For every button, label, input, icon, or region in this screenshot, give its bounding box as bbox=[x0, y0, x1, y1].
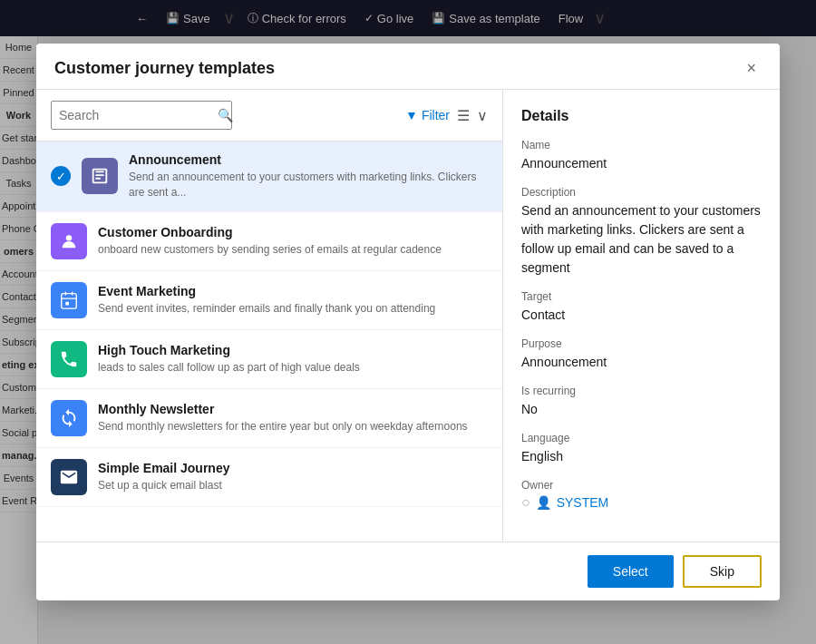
template-desc-newsletter: Send monthly newsletters for the entire … bbox=[98, 419, 488, 434]
detail-owner-field: Owner ○ 👤 SYSTEM bbox=[521, 479, 762, 511]
sort-button[interactable]: ☰ bbox=[457, 107, 470, 124]
detail-target-value: Contact bbox=[521, 306, 762, 325]
template-info-newsletter: Monthly Newsletter Send monthly newslett… bbox=[98, 402, 488, 434]
modal-dialog: Customer journey templates × 🔍 ▼ Filter bbox=[36, 44, 780, 600]
detail-purpose-value: Announcement bbox=[521, 353, 762, 372]
svg-rect-1 bbox=[62, 293, 77, 308]
select-button[interactable]: Select bbox=[588, 555, 674, 588]
right-panel: Details Name Announcement Description Se… bbox=[503, 90, 780, 542]
skip-button[interactable]: Skip bbox=[683, 555, 762, 588]
detail-recurring-value: No bbox=[521, 400, 762, 419]
detail-purpose-label: Purpose bbox=[521, 337, 762, 350]
template-info-event: Event Marketing Send event invites, remi… bbox=[98, 284, 488, 317]
template-desc-event: Send event invites, reminder emails and … bbox=[98, 301, 488, 317]
svg-rect-2 bbox=[65, 301, 69, 305]
detail-owner-label: Owner bbox=[521, 479, 762, 492]
search-icon-button[interactable]: 🔍 bbox=[218, 108, 233, 122]
template-info-announcement: Announcement Send an announcement to you… bbox=[129, 152, 488, 200]
detail-language-label: Language bbox=[521, 432, 762, 444]
modal-title: Customer journey templates bbox=[54, 59, 275, 78]
template-desc-simple: Set up a quick email blast bbox=[98, 478, 488, 493]
detail-name-field: Name Announcement bbox=[521, 139, 762, 173]
owner-person-icon: 👤 bbox=[536, 495, 551, 510]
template-info-onboarding: Customer Onboarding onboard new customer… bbox=[98, 225, 488, 258]
detail-name-value: Announcement bbox=[521, 154, 762, 173]
detail-recurring-field: Is recurring No bbox=[521, 385, 762, 419]
search-bar: 🔍 ▼ Filter ☰ ∨ bbox=[36, 90, 502, 141]
modal-close-button[interactable]: × bbox=[741, 58, 762, 78]
modal-overlay: Customer journey templates × 🔍 ▼ Filter bbox=[0, 0, 816, 644]
template-item-onboarding[interactable]: Customer Onboarding onboard new customer… bbox=[36, 212, 502, 271]
template-icon-simple bbox=[51, 459, 87, 495]
template-info-hightouch: High Touch Marketing leads to sales call… bbox=[98, 343, 488, 376]
modal-header: Customer journey templates × bbox=[36, 44, 780, 90]
template-item-newsletter[interactable]: Monthly Newsletter Send monthly newslett… bbox=[36, 389, 502, 448]
template-icon-onboarding bbox=[51, 223, 87, 259]
template-desc-announcement: Send an announcement to your customers w… bbox=[129, 170, 488, 200]
template-name-simple: Simple Email Journey bbox=[98, 461, 488, 475]
detail-name-label: Name bbox=[521, 139, 762, 151]
filter-icon: ▼ bbox=[405, 108, 418, 122]
detail-recurring-label: Is recurring bbox=[521, 385, 762, 397]
sort-expand-button[interactable]: ∨ bbox=[477, 107, 488, 124]
detail-description-label: Description bbox=[521, 186, 762, 199]
template-info-simple: Simple Email Journey Set up a quick emai… bbox=[98, 461, 488, 493]
template-item-hightouch[interactable]: High Touch Marketing leads to sales call… bbox=[36, 330, 502, 389]
svg-point-0 bbox=[66, 235, 72, 240]
template-name-announcement: Announcement bbox=[129, 152, 488, 167]
detail-purpose-field: Purpose Announcement bbox=[521, 337, 762, 372]
template-icon-announcement bbox=[82, 158, 118, 194]
template-icon-event bbox=[51, 282, 87, 318]
detail-target-field: Target Contact bbox=[521, 290, 762, 325]
filter-area: ▼ Filter ☰ ∨ bbox=[405, 107, 488, 124]
filter-button[interactable]: ▼ Filter bbox=[405, 108, 450, 122]
modal-footer: Select Skip bbox=[36, 542, 780, 600]
detail-language-value: English bbox=[521, 447, 762, 466]
template-desc-onboarding: onboard new customers by sending series … bbox=[98, 242, 488, 258]
template-item-event[interactable]: Event Marketing Send event invites, remi… bbox=[36, 271, 502, 330]
details-title: Details bbox=[521, 108, 762, 124]
template-name-onboarding: Customer Onboarding bbox=[98, 225, 488, 239]
template-item-simple[interactable]: Simple Email Journey Set up a quick emai… bbox=[36, 448, 502, 507]
detail-language-field: Language English bbox=[521, 432, 762, 466]
detail-description-field: Description Send an announcement to your… bbox=[521, 186, 762, 278]
modal-body: 🔍 ▼ Filter ☰ ∨ ✓ bbox=[36, 90, 780, 542]
detail-description-value: Send an announcement to your customers w… bbox=[521, 201, 762, 278]
template-list: ✓ Announcement Send an announcement to y… bbox=[36, 141, 502, 542]
template-item-announcement[interactable]: ✓ Announcement Send an announcement to y… bbox=[36, 141, 502, 212]
template-desc-hightouch: leads to sales call follow up as part of… bbox=[98, 360, 488, 376]
template-name-newsletter: Monthly Newsletter bbox=[98, 402, 488, 416]
owner-circle-icon: ○ bbox=[521, 494, 530, 511]
search-input-wrap: 🔍 bbox=[51, 101, 232, 130]
owner-row: ○ 👤 SYSTEM bbox=[521, 494, 762, 511]
template-icon-hightouch bbox=[51, 341, 87, 377]
template-name-event: Event Marketing bbox=[98, 284, 488, 298]
template-icon-newsletter bbox=[51, 400, 87, 436]
detail-target-label: Target bbox=[521, 290, 762, 303]
left-panel: 🔍 ▼ Filter ☰ ∨ ✓ bbox=[36, 90, 503, 542]
template-name-hightouch: High Touch Marketing bbox=[98, 343, 488, 357]
check-circle-announcement: ✓ bbox=[51, 166, 71, 186]
owner-link[interactable]: SYSTEM bbox=[557, 495, 609, 510]
search-input[interactable] bbox=[59, 108, 218, 122]
